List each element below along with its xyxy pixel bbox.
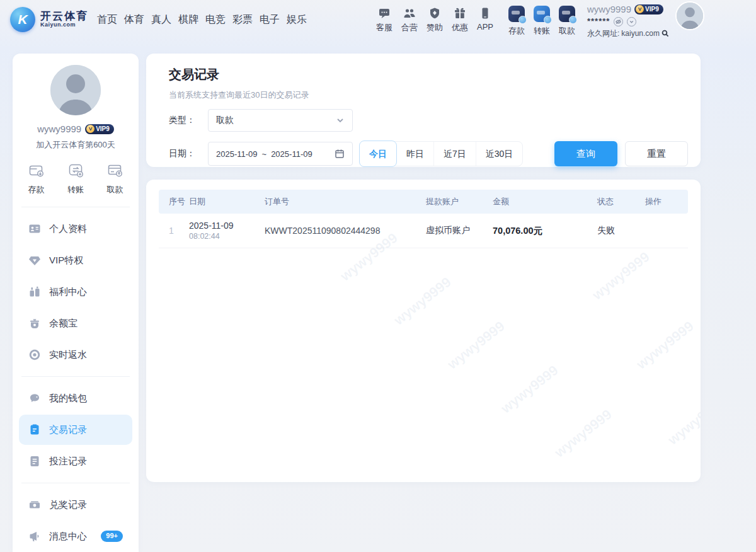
vip-medal-icon: V (86, 125, 94, 133)
header-index: 序号 (159, 196, 189, 207)
vip-badge: V VIP9 (634, 4, 663, 14)
sponsor-link[interactable]: 赞助 (422, 1, 447, 33)
deposit-link[interactable]: 存款 (504, 1, 529, 37)
sidebar-item-messages[interactable]: 消息中心 99+ (19, 521, 132, 551)
calendar-icon (335, 149, 345, 159)
chevron-circle-icon[interactable] (627, 17, 636, 26)
gift-icon (454, 7, 466, 20)
username: wywy9999 (587, 4, 631, 16)
sidebar-item-prizes[interactable]: 兑奖记录 (19, 490, 132, 520)
piggy-bank-icon (28, 392, 41, 405)
eye-off-icon[interactable] (614, 17, 623, 26)
watermark: wywy9999 (589, 249, 653, 304)
header-date: 日期 (189, 196, 265, 207)
sidebar-item-transactions[interactable]: 交易记录 (19, 415, 132, 445)
vip-badge: V VIP9 (85, 124, 114, 134)
search-button[interactable]: 查询 (554, 141, 617, 166)
avatar[interactable] (50, 65, 101, 115)
sidebar-item-yuebao[interactable]: 余额宝 (19, 308, 132, 338)
type-select-value: 取款 (216, 115, 234, 126)
range-today[interactable]: 今日 (359, 141, 397, 167)
brand-domain: Kaiyun.com (40, 22, 88, 28)
permanent-url-value[interactable]: kaiyun.com (621, 29, 660, 38)
wallet-icon (28, 162, 45, 179)
id-card-icon (28, 222, 41, 235)
reset-button[interactable]: 重置 (625, 141, 688, 166)
main-nav: 首页 体育 真人 棋牌 电竞 彩票 电子 娱乐 (97, 13, 307, 26)
brand-name: 开云体育 (40, 11, 88, 22)
watermark: wywy9999 (633, 318, 697, 373)
withdraw-link[interactable]: 取款 (554, 1, 580, 37)
nav-home[interactable]: 首页 (97, 13, 117, 26)
cell-date: 2025-11-09 08:02:44 (189, 221, 265, 241)
top-right: 客服 合营 赞助 优惠 APP (372, 1, 704, 38)
sponsor-icon (428, 7, 441, 20)
header-amount: 金额 (493, 196, 597, 207)
sidebar-item-profile[interactable]: 个人资料 (19, 214, 132, 244)
megaphone-icon (28, 530, 41, 543)
date-range-input[interactable]: 2025-11-09 ~ 2025-11-09 (208, 142, 353, 166)
promotions-link[interactable]: 优惠 (447, 1, 472, 33)
date-end: 2025-11-09 (271, 149, 312, 159)
header-status: 状态 (597, 196, 645, 207)
type-select[interactable]: 取款 (208, 109, 353, 132)
nav-sports[interactable]: 体育 (124, 13, 144, 26)
page-title: 交易记录 (169, 66, 688, 83)
top-bar: K 开云体育 Kaiyun.com 首页 体育 真人 棋牌 电竞 彩票 电子 娱… (0, 0, 756, 39)
permanent-url-label: 永久网址: (587, 29, 619, 38)
nav-entertainment[interactable]: 娱乐 (287, 13, 307, 26)
withdraw-icon (559, 6, 575, 22)
ledger-icon (28, 423, 41, 436)
sidebar-item-rebate[interactable]: 实时返水 (19, 340, 132, 370)
avatar[interactable] (675, 1, 704, 30)
transfer-icon (67, 162, 84, 179)
range-7-days[interactable]: 近7日 (434, 142, 476, 166)
nav-board-games[interactable]: 棋牌 (178, 13, 198, 26)
app-download-link[interactable]: APP (472, 1, 498, 33)
brand-logo[interactable]: K 开云体育 Kaiyun.com (10, 7, 88, 32)
date-separator: ~ (262, 149, 267, 159)
nav-esports[interactable]: 电竞 (205, 13, 226, 26)
table-row: 1 2025-11-09 08:02:44 KWWT20251109080244… (159, 214, 688, 248)
deposit-icon (508, 6, 525, 22)
watermark: wywy9999 (444, 318, 508, 373)
prize-icon (28, 498, 41, 511)
sidebar-item-welfare[interactable]: 福利中心 (19, 277, 132, 307)
page-subtitle: 当前系统支持查询最近30日的交易记录 (169, 89, 688, 101)
page: K 开云体育 Kaiyun.com 首页 体育 真人 棋牌 电竞 彩票 电子 娱… (0, 0, 756, 552)
cell-order-no: KWWT202511090802444298 (265, 226, 426, 236)
unread-count-badge: 99+ (101, 531, 123, 541)
watermark: wywy9999 (391, 274, 454, 329)
range-30-days[interactable]: 近30日 (476, 142, 523, 166)
header-account: 提款账户 (426, 196, 493, 207)
chevron-down-icon (336, 116, 345, 125)
nav-live-casino[interactable]: 真人 (151, 13, 171, 26)
range-yesterday[interactable]: 昨日 (397, 142, 434, 166)
transfer-link[interactable]: 转账 (529, 1, 554, 37)
nav-lottery[interactable]: 彩票 (232, 13, 253, 26)
filter-panel: 交易记录 当前系统支持查询最近30日的交易记录 类型： 取款 日期： 2025-… (146, 54, 701, 167)
bet-record-icon (28, 455, 41, 468)
rebate-icon (28, 348, 41, 361)
sidebar-menu: 我的钱包 交易记录 投注记录 (13, 377, 139, 483)
sidebar-menu: 兑奖记录 消息中心 99+ (13, 483, 139, 552)
type-label: 类型： (169, 115, 208, 126)
sidebar-withdraw-button[interactable]: 取款 (106, 162, 123, 195)
cell-account: 虚拟币账户 (426, 225, 493, 236)
money-pot-icon (28, 317, 41, 330)
header-order-no: 订单号 (265, 196, 426, 207)
sidebar-item-bets[interactable]: 投注记录 (19, 446, 132, 476)
search-icon[interactable] (662, 30, 669, 37)
header-action: 操作 (645, 196, 688, 207)
sidebar-deposit-button[interactable]: 存款 (28, 162, 45, 195)
sidebar-item-vip[interactable]: VIP特权 (19, 245, 132, 275)
nav-slots[interactable]: 电子 (260, 13, 280, 26)
sidebar-transfer-button[interactable]: 转账 (67, 162, 84, 195)
customer-service-link[interactable]: 客服 (372, 1, 397, 33)
sidebar-item-wallet[interactable]: 我的钱包 (19, 383, 132, 413)
quick-range-group: 今日 昨日 近7日 近30日 (359, 141, 523, 166)
partnership-icon (403, 7, 416, 20)
records-table-panel: 序号 日期 订单号 提款账户 金额 状态 操作 1 2025-11-09 08:… (146, 180, 701, 482)
vip-medal-icon: V (636, 5, 644, 13)
partnership-link[interactable]: 合营 (397, 1, 422, 33)
